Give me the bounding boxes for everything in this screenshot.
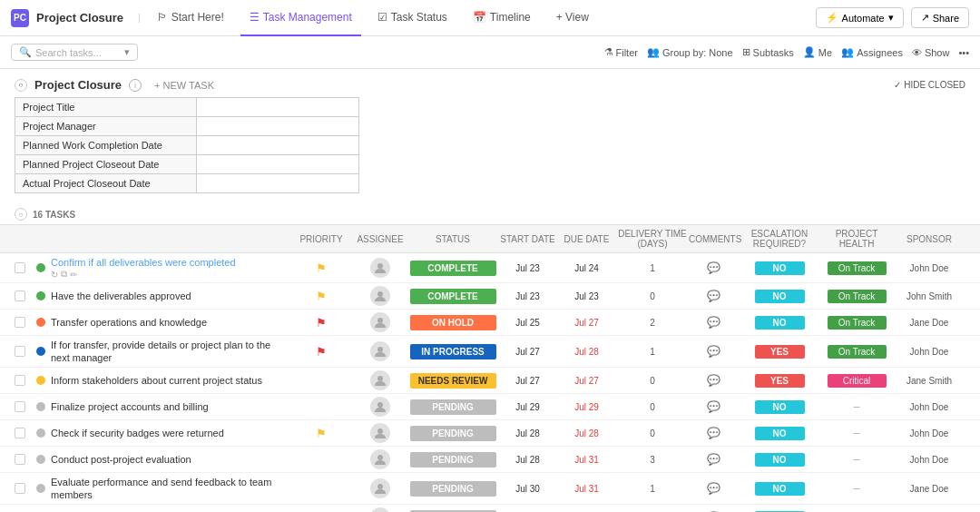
repeat-icon[interactable]: ↻ bbox=[51, 270, 58, 280]
col-comments-header[interactable]: COMMENTS bbox=[689, 234, 739, 244]
status-badge[interactable]: NEEDS REVIEW bbox=[410, 373, 496, 389]
assignee-avatar[interactable] bbox=[370, 423, 390, 443]
task-checkbox[interactable] bbox=[15, 317, 25, 328]
share-button[interactable]: ↗ Share bbox=[911, 7, 969, 28]
task-checkbox[interactable] bbox=[15, 483, 25, 494]
col-sponsor-header[interactable]: SPONSOR bbox=[893, 234, 965, 244]
col-due-header[interactable]: DUE DATE bbox=[557, 234, 616, 244]
tab-view-add[interactable]: + View bbox=[547, 0, 598, 36]
nav-right-actions: ⚡ Automate ▾ ↗ Share bbox=[816, 7, 969, 28]
subtasks-button[interactable]: ⊞ Subtasks bbox=[742, 46, 794, 58]
assignee-avatar[interactable] bbox=[370, 341, 390, 361]
comment-icon[interactable]: 💬 bbox=[689, 261, 739, 274]
comment-icon[interactable]: 💬 bbox=[689, 400, 739, 413]
priority-flag[interactable]: ⚑ bbox=[316, 374, 327, 388]
task-checkbox[interactable] bbox=[15, 428, 25, 438]
col-start-header[interactable]: START DATE bbox=[498, 234, 557, 244]
more-button[interactable]: ••• bbox=[958, 47, 969, 58]
status-badge[interactable]: PENDING bbox=[410, 452, 496, 468]
comment-icon[interactable]: 💬 bbox=[689, 290, 739, 302]
task-checkbox[interactable] bbox=[15, 401, 25, 412]
priority-flag[interactable]: ⚑ bbox=[316, 290, 327, 303]
table-row: Finalize project accounts and billing ⚑ … bbox=[0, 394, 980, 420]
edit-icon[interactable]: ✏ bbox=[70, 270, 77, 280]
group-by-button[interactable]: 👥 Group by: None bbox=[647, 46, 733, 58]
priority-flag[interactable]: ⚑ bbox=[316, 345, 327, 359]
task-checkbox[interactable] bbox=[15, 290, 25, 301]
priority-flag[interactable]: ⚑ bbox=[316, 482, 327, 496]
tasks-section-icon[interactable]: ○ bbox=[15, 208, 27, 221]
assignee-avatar[interactable] bbox=[370, 478, 390, 498]
task-checkbox[interactable] bbox=[15, 262, 25, 273]
filter-button[interactable]: ⚗ Filter bbox=[604, 46, 638, 58]
status-badge[interactable]: ON HOLD bbox=[410, 315, 496, 330]
info-value[interactable] bbox=[197, 155, 359, 174]
assignee-avatar[interactable] bbox=[370, 286, 390, 306]
col-delivery-header[interactable]: DELIVERY TIME (DAYS) bbox=[616, 229, 689, 249]
status-badge[interactable]: PENDING bbox=[410, 481, 496, 497]
copy-icon[interactable]: ⧉ bbox=[61, 269, 67, 280]
comment-icon[interactable]: 💬 bbox=[689, 427, 739, 439]
table-row: Check if security badges were returned ⚑… bbox=[0, 420, 980, 447]
comment-icon[interactable]: 💬 bbox=[689, 374, 739, 387]
status-badge[interactable]: PENDING bbox=[410, 399, 496, 415]
priority-flag[interactable]: ⚑ bbox=[316, 261, 327, 275]
tab-timeline[interactable]: 📅 Timeline bbox=[464, 0, 540, 36]
tab-task-management[interactable]: ☰ Task Management bbox=[240, 0, 361, 36]
info-value[interactable] bbox=[197, 117, 359, 136]
info-value[interactable] bbox=[197, 136, 359, 155]
comment-icon[interactable]: 💬 bbox=[689, 482, 739, 495]
due-date: Jul 27 bbox=[574, 318, 599, 328]
project-info-row: Actual Project Closeout Date bbox=[15, 174, 359, 193]
task-checkbox[interactable] bbox=[15, 375, 25, 386]
health-badge: On Track bbox=[828, 345, 887, 359]
col-health-header[interactable]: PROJECT HEALTH bbox=[820, 229, 893, 249]
priority-flag[interactable]: ⚑ bbox=[316, 400, 327, 414]
assignee-avatar[interactable] bbox=[370, 370, 390, 390]
task-checkbox[interactable] bbox=[15, 346, 25, 357]
priority-flag[interactable]: ⚑ bbox=[316, 316, 327, 330]
assignees-button[interactable]: 👥 Assignees bbox=[841, 46, 903, 58]
info-value[interactable] bbox=[197, 98, 359, 117]
col-assignee-header[interactable]: ASSIGNEE bbox=[353, 234, 407, 244]
delivery-time: 0 bbox=[650, 428, 655, 438]
status-badge[interactable]: COMPLETE bbox=[410, 289, 496, 304]
assignee-avatar[interactable] bbox=[370, 507, 390, 512]
priority-flag[interactable]: ⚑ bbox=[316, 427, 327, 440]
new-task-button[interactable]: + NEW TASK bbox=[154, 80, 214, 91]
comment-icon[interactable]: 💬 bbox=[689, 453, 739, 466]
col-priority-header[interactable]: PRIORITY bbox=[289, 234, 353, 244]
col-escalation-header[interactable]: ESCALATION REQUIRED? bbox=[739, 229, 820, 249]
assignee-avatar[interactable] bbox=[370, 258, 390, 278]
calendar-icon: 📅 bbox=[473, 11, 486, 24]
status-badge[interactable]: COMPLETE bbox=[410, 261, 496, 276]
info-value[interactable] bbox=[197, 174, 359, 193]
col-status-header[interactable]: STATUS bbox=[407, 234, 498, 244]
assignee-avatar[interactable] bbox=[370, 312, 390, 332]
status-badge[interactable]: PENDING bbox=[410, 426, 496, 441]
sponsor-name: Jane Smith bbox=[906, 376, 952, 386]
tab-task-status[interactable]: ☑ Task Status bbox=[368, 0, 456, 36]
svg-point-3 bbox=[377, 347, 383, 352]
project-info-icon[interactable]: i bbox=[129, 79, 142, 92]
task-checkbox[interactable] bbox=[15, 454, 25, 465]
due-date: Jul 28 bbox=[574, 347, 599, 357]
svg-point-6 bbox=[377, 428, 383, 434]
show-button[interactable]: 👁 Show bbox=[912, 47, 950, 58]
hide-closed-button[interactable]: ✓ HIDE CLOSED bbox=[894, 80, 965, 90]
status-badge[interactable]: IN PROGRESS bbox=[410, 344, 496, 359]
assignee-avatar[interactable] bbox=[370, 397, 390, 417]
task-name[interactable]: Confirm if all deliverables were complet… bbox=[51, 257, 236, 268]
priority-flag[interactable]: ⚑ bbox=[316, 453, 327, 467]
comment-icon[interactable]: 💬 bbox=[689, 316, 739, 329]
assignee-avatar[interactable] bbox=[370, 449, 390, 469]
me-button[interactable]: 👤 Me bbox=[803, 46, 832, 58]
chevron-down-icon: ▾ bbox=[888, 12, 894, 24]
project-collapse-icon[interactable]: ○ bbox=[15, 79, 27, 92]
comment-icon[interactable]: 💬 bbox=[689, 345, 739, 358]
app-icon: PC bbox=[11, 9, 29, 27]
search-box[interactable]: 🔍 Search tasks... ▾ bbox=[11, 44, 138, 61]
automate-button[interactable]: ⚡ Automate ▾ bbox=[816, 7, 904, 28]
escalation-badge: NO bbox=[755, 427, 805, 440]
tab-start-here[interactable]: 🏳 Start Here! bbox=[148, 0, 233, 36]
